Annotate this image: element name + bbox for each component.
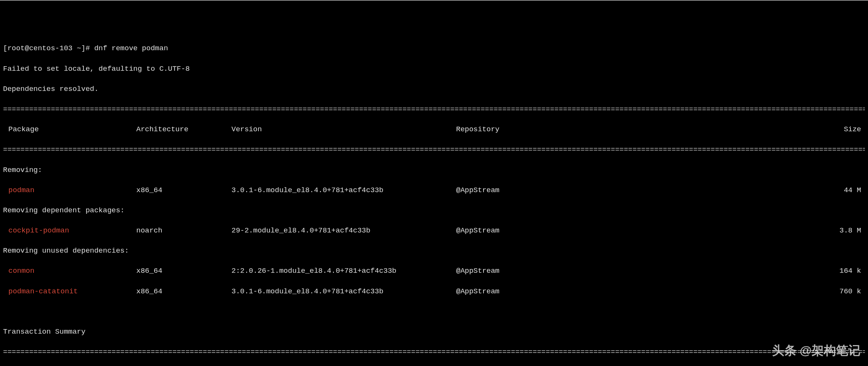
divider-line: ========================================… bbox=[3, 104, 865, 115]
header-architecture: Architecture bbox=[136, 124, 231, 135]
package-name: conmon bbox=[3, 266, 136, 276]
package-repo: @AppStream bbox=[456, 286, 566, 297]
watermark-text: 头条 @架构笔记 bbox=[772, 344, 860, 357]
header-version: Version bbox=[231, 124, 456, 135]
section-title: Removing unused dependencies: bbox=[3, 246, 865, 256]
output-line: Failed to set locale, defaulting to C.UT… bbox=[3, 64, 865, 74]
header-package: Package bbox=[3, 124, 136, 135]
blank-line bbox=[3, 307, 865, 317]
package-arch: x86_64 bbox=[136, 266, 231, 276]
watermark: 头条 @架构笔记 bbox=[772, 342, 860, 359]
command-text: dnf remove podman bbox=[94, 44, 168, 53]
table-row: cockpit-podmannoarch29-2.module_el8.4.0+… bbox=[3, 226, 865, 236]
section-title: Removing: bbox=[3, 165, 865, 175]
package-size: 3.8 M bbox=[566, 226, 865, 236]
package-version: 3.0.1-6.module_el8.4.0+781+acf4c33b bbox=[231, 286, 456, 297]
package-size: 164 k bbox=[566, 266, 865, 276]
package-version: 3.0.1-6.module_el8.4.0+781+acf4c33b bbox=[231, 185, 456, 196]
package-repo: @AppStream bbox=[456, 226, 566, 236]
package-arch: x86_64 bbox=[136, 185, 231, 196]
table-row: conmonx86_642:2.0.26-1.module_el8.4.0+78… bbox=[3, 266, 865, 276]
package-version: 2:2.0.26-1.module_el8.4.0+781+acf4c33b bbox=[231, 266, 456, 276]
divider-line: ========================================… bbox=[3, 347, 865, 357]
section-title: Removing dependent packages: bbox=[3, 205, 865, 216]
package-repo: @AppStream bbox=[456, 266, 566, 276]
divider-line: ========================================… bbox=[3, 145, 865, 155]
table-row: podman-catatonitx86_643.0.1-6.module_el8… bbox=[3, 286, 865, 297]
package-size: 44 M bbox=[566, 185, 865, 196]
package-arch: x86_64 bbox=[136, 286, 231, 297]
package-version: 29-2.module_el8.4.0+781+acf4c33b bbox=[231, 226, 456, 236]
table-header-row: PackageArchitectureVersionRepositorySize bbox=[3, 124, 865, 135]
header-repository: Repository bbox=[456, 124, 566, 135]
package-arch: noarch bbox=[136, 226, 231, 236]
package-repo: @AppStream bbox=[456, 185, 566, 196]
header-size: Size bbox=[566, 124, 865, 135]
command-line[interactable]: [root@centos-103 ~]# dnf remove podman bbox=[3, 43, 865, 54]
shell-prompt: [root@centos-103 ~]# bbox=[3, 44, 94, 53]
package-size: 760 k bbox=[566, 286, 865, 297]
package-name: cockpit-podman bbox=[3, 226, 136, 236]
table-row: podmanx86_643.0.1-6.module_el8.4.0+781+a… bbox=[3, 185, 865, 196]
output-line: Dependencies resolved. bbox=[3, 84, 865, 94]
summary-title: Transaction Summary bbox=[3, 327, 865, 337]
package-name: podman-catatonit bbox=[3, 286, 136, 297]
package-name: podman bbox=[3, 185, 136, 196]
